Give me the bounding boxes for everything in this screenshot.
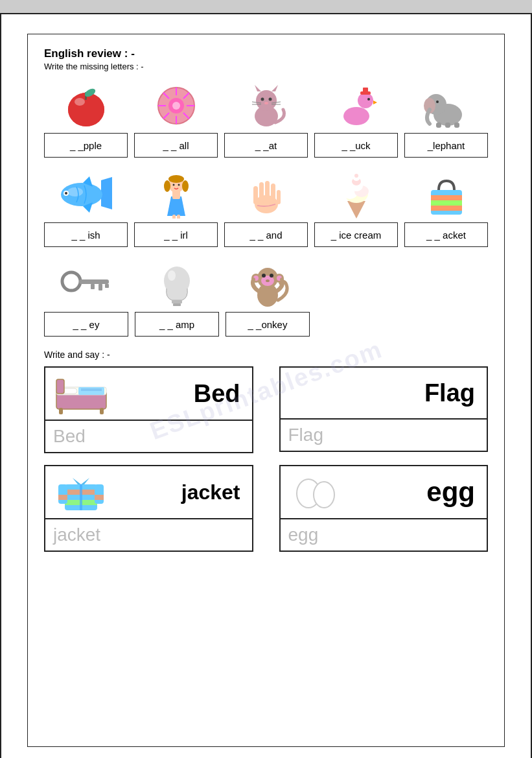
jacket-card: jacket jacket — [44, 465, 253, 552]
egg-write[interactable]: egg — [281, 519, 487, 551]
svg-rect-82 — [172, 300, 182, 303]
icecream-cell — [314, 171, 398, 219]
svg-point-29 — [358, 93, 373, 108]
svg-rect-61 — [265, 181, 270, 204]
girl-box[interactable]: _ _ irl — [134, 222, 218, 247]
svg-rect-80 — [105, 284, 109, 288]
svg-rect-38 — [436, 123, 441, 128]
page-title: English review : - — [44, 47, 488, 60]
lamp-box[interactable]: _ _ amp — [135, 312, 219, 337]
page-subtitle: Write the missing letters : - — [44, 62, 488, 71]
jacket2-image — [417, 171, 476, 219]
ball-image — [147, 81, 205, 130]
svg-marker-105 — [81, 478, 89, 484]
elephant-image — [417, 81, 476, 130]
jacket-write[interactable]: jacket — [45, 519, 252, 551]
svg-point-21 — [260, 97, 264, 101]
svg-point-22 — [268, 97, 272, 101]
duck-box[interactable]: _ _uck — [314, 133, 398, 158]
bed-card: Bed Bed — [44, 366, 253, 453]
apple-image — [57, 81, 115, 130]
svg-point-43 — [67, 187, 83, 196]
card-row1: Bed Bed Flag Flag — [44, 366, 488, 453]
ball-box[interactable]: _ _ all — [134, 133, 218, 158]
svg-rect-111 — [58, 495, 67, 500]
hand-image — [237, 171, 295, 219]
row2-boxes: _ _ ish _ _ irl _ _ and _ ice cream _ _ … — [44, 222, 488, 247]
page: ESLprintables.com English review : - Wri… — [0, 13, 532, 758]
jacket-card-top: jacket — [45, 466, 252, 519]
flag-write[interactable]: Flag — [281, 420, 487, 451]
cat-cell — [224, 81, 308, 130]
svg-point-23 — [264, 102, 268, 104]
key-box[interactable]: _ _ ey — [44, 312, 128, 337]
flag-word: Flag — [287, 379, 481, 407]
svg-rect-83 — [173, 303, 181, 306]
svg-marker-19 — [255, 85, 261, 91]
hand-box[interactable]: _ _ and — [224, 222, 308, 247]
svg-rect-59 — [253, 186, 258, 204]
duck-cell — [314, 81, 398, 130]
bed-word: Bed — [117, 380, 246, 408]
fish-image — [57, 171, 115, 219]
cat-box[interactable]: _ _at — [224, 133, 308, 158]
egg-image — [287, 469, 345, 515]
girl-cell — [134, 171, 218, 219]
svg-point-114 — [314, 482, 334, 508]
duck-image — [327, 81, 386, 130]
svg-rect-109 — [58, 484, 67, 504]
egg-card-top: egg — [281, 466, 487, 519]
bed-write[interactable]: Bed — [45, 421, 252, 452]
girl-image — [147, 171, 205, 219]
svg-point-32 — [367, 98, 370, 101]
card-row2: jacket jacket egg — [44, 465, 488, 552]
lamp-image — [148, 260, 206, 309]
jacket2-cell — [404, 171, 488, 219]
svg-rect-56 — [172, 215, 176, 219]
svg-point-51 — [168, 175, 184, 183]
svg-rect-77 — [79, 279, 109, 284]
svg-point-84 — [168, 270, 176, 281]
svg-marker-48 — [167, 196, 185, 216]
svg-point-28 — [343, 107, 369, 125]
svg-point-94 — [266, 279, 270, 282]
svg-point-52 — [164, 180, 170, 192]
svg-point-93 — [270, 274, 273, 278]
svg-marker-33 — [373, 101, 377, 104]
svg-rect-100 — [100, 408, 104, 414]
fish-box[interactable]: _ _ ish — [44, 222, 128, 247]
svg-point-71 — [354, 174, 358, 178]
svg-marker-64 — [347, 201, 365, 219]
svg-marker-41 — [101, 177, 112, 209]
row3-boxes: _ _ ey _ _ amp _ _onkey — [44, 312, 488, 337]
svg-marker-104 — [73, 478, 81, 484]
apple-cell — [44, 81, 128, 130]
row3-images — [44, 260, 488, 309]
fish-cell — [44, 171, 128, 219]
jacket-word: jacket — [117, 480, 246, 504]
svg-rect-63 — [277, 190, 281, 204]
svg-rect-31 — [363, 88, 368, 93]
write-say-title: Write and say : - — [44, 349, 488, 360]
svg-rect-112 — [95, 495, 104, 500]
apple-box[interactable]: _ _pple — [44, 133, 128, 158]
row1-images — [44, 81, 488, 130]
hand-cell — [224, 171, 308, 219]
svg-rect-75 — [431, 200, 462, 206]
bed-card-top: Bed — [45, 368, 252, 421]
svg-rect-98 — [56, 379, 64, 394]
monkey-box[interactable]: _ _onkey — [226, 312, 310, 337]
svg-rect-108 — [80, 484, 82, 510]
svg-point-18 — [256, 90, 277, 111]
svg-point-55 — [178, 184, 179, 185]
jacket-image — [52, 469, 110, 515]
elephant-box[interactable]: _lephant — [404, 133, 488, 158]
ball-cell — [134, 81, 218, 130]
jacketword-box[interactable]: _ _ acket — [404, 222, 488, 247]
icecream-box[interactable]: _ ice cream — [314, 222, 398, 247]
monkey-image — [238, 260, 297, 309]
svg-point-2 — [75, 98, 85, 106]
monkey-cell — [226, 260, 310, 309]
egg-word: egg — [352, 477, 481, 508]
svg-point-45 — [65, 192, 67, 195]
